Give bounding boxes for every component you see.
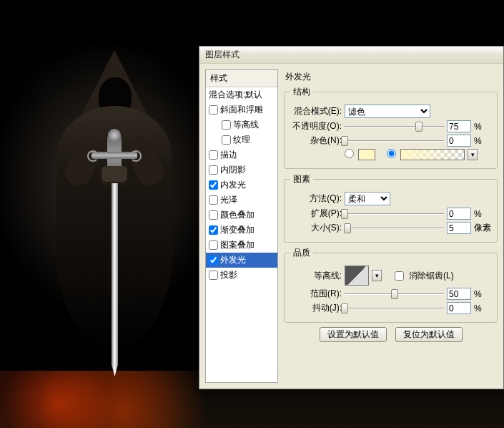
style-label: 颜色叠加 [220,209,255,221]
structure-group: 结构 混合模式(E): 滤色 不透明度(O): % [284,86,498,169]
noise-label: 杂色(N): [290,135,342,147]
style-label: 描边 [220,149,237,161]
blend-mode-select[interactable]: 滤色 [345,104,430,118]
sword-blade [112,183,118,376]
elements-legend: 图素 [290,173,313,185]
style-checkbox[interactable] [209,271,218,280]
blend-options-label: 混合选项:默认 [209,89,262,101]
contour-dropdown-icon[interactable]: ▾ [372,270,382,281]
contour-swatch[interactable] [345,266,369,286]
style-label: 内发光 [220,179,246,191]
gradient-swatch[interactable] [400,149,465,160]
style-row[interactable]: 等高线 [206,117,277,132]
style-row[interactable]: 图案叠加 [206,238,277,253]
style-checkbox[interactable] [209,210,218,220]
style-row[interactable]: 渐变叠加 [206,223,277,238]
styles-header: 样式 [206,70,277,87]
style-label: 斜面和浮雕 [220,104,263,116]
pct-unit: % [474,289,491,299]
color-radio-wrap[interactable] [345,149,355,160]
spread-label: 扩展(P): [290,208,342,220]
noise-input[interactable] [447,135,471,147]
quality-group: 品质 等高线: ▾ 消除锯齿(L) 范围(R): [284,247,498,323]
range-slider[interactable] [345,288,444,300]
style-row[interactable]: 纹理 [206,132,277,147]
dialog-titlebar[interactable]: 图层样式 [199,47,503,64]
style-checkbox[interactable] [209,150,218,160]
jitter-input[interactable] [447,302,471,314]
style-checkbox[interactable] [209,256,218,265]
default-buttons-row: 设置为默认值 复位为默认值 [284,327,498,342]
px-unit: 像素 [474,222,491,234]
spread-slider[interactable] [345,208,444,220]
anti-alias-checkbox[interactable] [395,271,404,281]
style-row[interactable]: 内发光 [206,177,277,193]
blend-mode-label: 混合模式(E): [290,105,342,117]
size-label: 大小(S): [290,222,342,234]
style-label: 投影 [220,269,237,281]
style-checkbox[interactable] [209,165,218,175]
spread-input[interactable] [447,208,471,220]
style-checkbox[interactable] [222,120,231,130]
style-row[interactable]: 投影 [206,268,277,283]
set-default-button[interactable]: 设置为默认值 [320,327,387,342]
style-label: 等高线 [233,119,259,131]
gradient-radio[interactable] [387,149,396,158]
size-input[interactable] [447,222,471,234]
hooded-figure [43,50,186,365]
jitter-label: 抖动(J): [290,302,342,314]
guard-spiral-right [130,150,142,162]
size-slider[interactable] [345,223,444,234]
style-label: 图案叠加 [220,239,255,251]
style-label: 光泽 [220,194,237,206]
color-swatch[interactable] [358,149,375,160]
quality-legend: 品质 [290,247,313,259]
style-label: 纹理 [233,134,250,146]
dialog-title: 图层样式 [205,49,239,61]
style-checkbox[interactable] [209,195,218,205]
style-row[interactable]: 斜面和浮雕 [206,102,277,117]
style-checkbox[interactable] [209,180,218,190]
dialog-body: 样式 混合选项:默认 斜面和浮雕等高线纹理描边内阴影内发光光泽颜色叠加渐变叠加图… [199,64,503,389]
style-checkbox[interactable] [209,105,218,115]
pct-unit: % [474,136,491,146]
opacity-label: 不透明度(O): [290,120,342,132]
guard-spiral-left [87,150,99,162]
jitter-slider[interactable] [345,303,444,314]
technique-label: 方法(Q): [290,193,342,205]
style-row[interactable]: 描边 [206,147,277,162]
style-label: 渐变叠加 [220,224,255,236]
solid-color-radio[interactable] [345,149,354,158]
noise-slider[interactable] [345,135,444,147]
opacity-input[interactable] [447,120,471,132]
style-row[interactable]: 光泽 [206,193,277,208]
style-checkbox[interactable] [209,240,218,250]
reset-default-button[interactable]: 复位为默认值 [395,327,463,342]
pct-unit: % [474,122,491,132]
contour-label: 等高线: [290,270,342,282]
layer-style-dialog: 图层样式 样式 混合选项:默认 斜面和浮雕等高线纹理描边内阴影内发光光泽颜色叠加… [199,46,504,389]
style-label: 内阴影 [220,164,246,176]
style-checkbox[interactable] [222,135,231,145]
technique-select[interactable]: 柔和 [345,192,390,205]
anti-alias-label: 消除锯齿(L) [409,270,454,282]
panel-title: 外发光 [284,69,498,86]
range-input[interactable] [447,288,471,300]
pct-unit: % [474,303,491,313]
range-label: 范围(R): [290,288,342,300]
structure-legend: 结构 [290,86,313,98]
style-checkbox[interactable] [209,225,218,235]
opacity-slider[interactable] [345,121,444,132]
style-label: 外发光 [220,254,246,266]
style-row[interactable]: 外发光 [206,253,277,268]
blend-options-row[interactable]: 混合选项:默认 [206,87,277,102]
style-row[interactable]: 颜色叠加 [206,208,277,223]
canvas-area: 图层样式 样式 混合选项:默认 斜面和浮雕等高线纹理描边内阴影内发光光泽颜色叠加… [0,0,504,428]
pct-unit: % [474,209,491,219]
styles-list: 样式 混合选项:默认 斜面和浮雕等高线纹理描边内阴影内发光光泽颜色叠加渐变叠加图… [205,69,278,383]
hands [102,166,127,185]
style-row[interactable]: 内阴影 [206,162,277,177]
gradient-radio-wrap[interactable] [387,149,397,160]
settings-panel: 外发光 结构 混合模式(E): 滤色 不透明度(O): [282,69,503,383]
gradient-dropdown-icon[interactable]: ▾ [468,149,478,160]
